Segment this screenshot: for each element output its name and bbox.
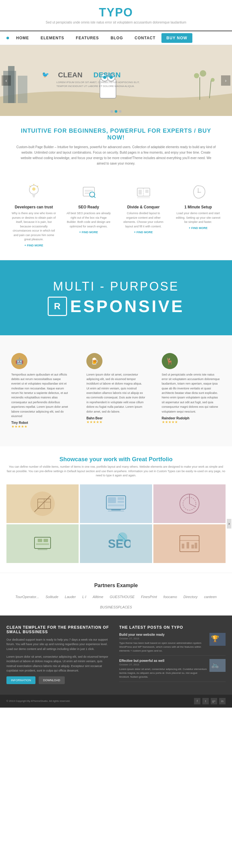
responsive-box: R ESPONSIVE xyxy=(13,297,219,316)
testimonial-2: 🦌 Sed ut perspiciatis unde omnis iste na… xyxy=(157,348,226,434)
footer-post-1: 🚲 Effective but powerful as well October… xyxy=(119,659,226,682)
site-header: TYPO Sed ut perspiciatis unde omnis iste… xyxy=(0,0,232,31)
nav-features[interactable]: FEATURES xyxy=(70,31,105,45)
feature-2-icon xyxy=(134,182,153,202)
partners-logos: TourOperator... Solitude Lauder L·I Allt… xyxy=(6,595,226,609)
portfolio-grid: SEO xyxy=(6,485,226,563)
footer-left-text1: Our dedicated support team is ready to h… xyxy=(6,638,113,651)
footer-top: CLEAN TEMPLATE FOR THE PRESENTATION OF S… xyxy=(0,616,232,695)
partner-8: Directory xyxy=(183,595,198,599)
footer-info-button[interactable]: INFORMATION xyxy=(6,676,35,684)
svg-rect-28 xyxy=(83,187,94,196)
footer-bottom: © 2013 Copyright By AThemeStudio. All ri… xyxy=(0,695,232,708)
social-linkedin[interactable]: in xyxy=(219,698,226,704)
svg-rect-61 xyxy=(36,544,49,545)
feature-0-link[interactable]: + FIND MORE xyxy=(11,244,56,247)
testimonial-1-text: Lorem ipsum dolor sit amet, consectetur … xyxy=(86,372,145,414)
portfolio-next-arrow[interactable]: › xyxy=(227,519,231,529)
r-letter: R xyxy=(54,301,61,311)
portfolio-item-2[interactable] xyxy=(153,485,226,523)
intro-description: Custom-built Page Builder – Intuitive fo… xyxy=(16,144,216,166)
svg-rect-60 xyxy=(44,539,48,542)
portfolio-section: Showcase your work with Great Portfolio … xyxy=(0,446,232,572)
svg-text:CLEAN: CLEAN xyxy=(58,71,83,79)
svg-rect-53 xyxy=(108,510,124,512)
nav-blog[interactable]: BLOG xyxy=(105,31,129,45)
svg-rect-2 xyxy=(18,76,27,103)
feature-1-icon xyxy=(79,182,98,202)
footer-social: f t g+ in xyxy=(194,698,226,704)
nav-dot-indicator xyxy=(6,37,9,39)
feature-2-link[interactable]: + FIND MORE xyxy=(121,230,166,234)
feature-2-desc: Columns divided layout to organize conte… xyxy=(121,211,166,229)
portfolio-item-3[interactable] xyxy=(6,524,79,563)
hero-dot-1[interactable] xyxy=(111,110,113,113)
testimonial-2-stars: ★★★★★ xyxy=(162,420,221,424)
footer-left-text2: Lorem ipsum dolor sit amet, consectetur … xyxy=(6,654,113,673)
nav-home[interactable]: HOME xyxy=(10,31,35,45)
social-twitter[interactable]: t xyxy=(202,698,209,704)
testimonial-2-text: Sed ut perspiciatis unde omnis iste natu… xyxy=(162,372,221,414)
testimonial-0: 🤖 Temporibus autem quibusdam et aut offi… xyxy=(6,348,75,434)
nav-contact[interactable]: CONTACT xyxy=(129,31,162,45)
hero-prev-button[interactable]: ‹ xyxy=(2,75,11,86)
feature-0-desc: Why is there any one who loves or purses… xyxy=(11,211,56,242)
feature-3: 1 Minute Setup Load your demo content an… xyxy=(171,179,226,250)
footer-post-1-img: 🚲 xyxy=(209,659,226,672)
feature-3-title: 1 Minute Setup xyxy=(176,205,221,209)
social-googleplus[interactable]: g+ xyxy=(211,698,217,704)
feature-0-icon xyxy=(24,182,44,202)
portfolio-grid-wrapper: SEO › xyxy=(6,485,226,563)
svg-text:🐦: 🐦 xyxy=(42,71,49,78)
testimonial-0-avatar: 🤖 xyxy=(11,353,27,369)
multipurpose-section: MULTI - PURPOSE R ESPONSIVE xyxy=(0,260,232,335)
testimonial-2-avatar: 🦌 xyxy=(162,353,178,369)
svg-rect-51 xyxy=(108,504,124,506)
logo-accent: O xyxy=(123,6,133,19)
feature-2-title: Divide & Conquer xyxy=(121,205,166,209)
hero-next-button[interactable]: › xyxy=(221,75,230,86)
social-facebook[interactable]: f xyxy=(194,698,200,704)
feature-3-desc: Load your demo content and start editing… xyxy=(176,211,221,224)
testimonial-2-name: Raindeer Rudolph xyxy=(162,416,221,420)
portfolio-subtitle: You can define number of visible items, … xyxy=(6,465,226,478)
feature-1-desc: All best SEO practices are already right… xyxy=(66,211,111,229)
svg-line-27 xyxy=(30,186,31,187)
main-nav: HOME ELEMENTS FEATURES BLOG CONTACT BUY … xyxy=(0,31,232,45)
nav-buynow[interactable]: BUY NOW xyxy=(162,33,193,43)
svg-rect-36 xyxy=(139,190,142,194)
portfolio-item-4[interactable]: SEO xyxy=(80,524,152,563)
svg-rect-59 xyxy=(38,539,42,542)
hero-dot-3[interactable] xyxy=(119,110,121,113)
svg-line-33 xyxy=(94,196,95,198)
footer-download-button[interactable]: DOWNLOAD xyxy=(39,676,65,684)
portfolio-title-accent: Great Portfolio xyxy=(132,456,173,463)
feature-3-link[interactable]: + FIND MORE xyxy=(176,226,221,230)
footer-right-col: THE LATEST POSTS ON TYPO 🏆 Build your ne… xyxy=(119,625,226,685)
testimonial-1-stars: ★★★★★ xyxy=(86,420,145,424)
svg-point-41 xyxy=(198,192,199,193)
svg-point-15 xyxy=(194,73,199,78)
testimonial-1-name: Bahn Beer xyxy=(86,416,145,420)
feature-3-icon xyxy=(188,182,208,202)
portfolio-item-1[interactable] xyxy=(80,485,152,523)
partner-3: L·I xyxy=(82,595,86,599)
feature-2: Divide & Conquer Columns divided layout … xyxy=(116,179,171,250)
feature-1: SEO Ready All best SEO practices are alr… xyxy=(61,179,116,250)
svg-text:TEMPOR INCIDIDUNT UT LABORE ET: TEMPOR INCIDIDUNT UT LABORE ET DOLORE MA… xyxy=(56,85,135,88)
partner-1: Solitude xyxy=(46,595,58,599)
svg-rect-63 xyxy=(38,549,47,550)
testimonial-1: 🍺 Lorem ipsum dolor sit amet, consectetu… xyxy=(82,348,150,434)
site-logo: TYPO xyxy=(0,6,232,19)
portfolio-item-5[interactable] xyxy=(153,524,226,563)
hero-dots xyxy=(111,110,121,113)
svg-line-57 xyxy=(190,504,196,507)
footer: CLEAN TEMPLATE FOR THE PRESENTATION OF S… xyxy=(0,616,232,708)
nav-elements[interactable]: ELEMENTS xyxy=(35,31,70,45)
portfolio-item-0[interactable] xyxy=(6,485,79,523)
hero-dot-2[interactable] xyxy=(115,110,117,113)
hero-section: CLEAN DESIGN LOREM IPSUM DOLOR SIT AMET,… xyxy=(0,45,232,116)
feature-1-link[interactable]: + FIND MORE xyxy=(66,230,111,234)
partners-title: Partners Example xyxy=(6,583,226,588)
svg-rect-50 xyxy=(118,501,124,503)
